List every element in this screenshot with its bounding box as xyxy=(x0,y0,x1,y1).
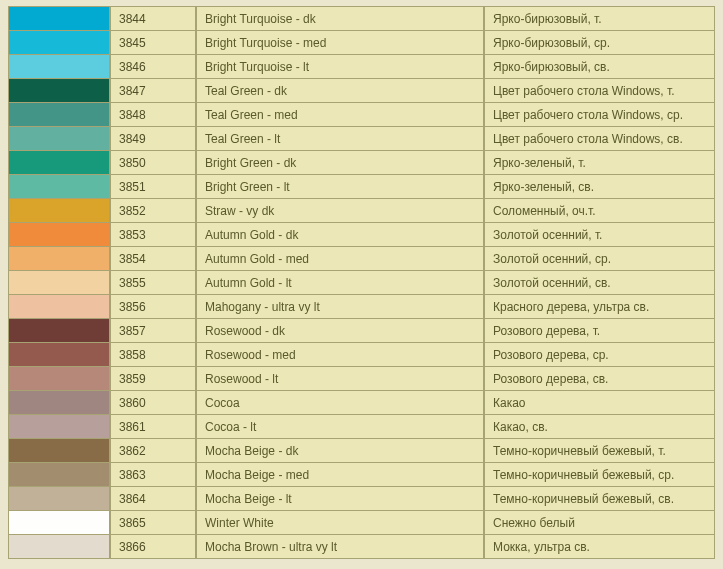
color-name-ru: Розового дерева, ср. xyxy=(484,343,715,367)
table-row: 3846Bright Turquoise - ltЯрко-бирюзовый,… xyxy=(8,55,715,79)
table-row: 3851Bright Green - ltЯрко-зеленый, св. xyxy=(8,175,715,199)
table-row: 3844Bright Turquoise - dkЯрко-бирюзовый,… xyxy=(8,6,715,31)
table-row: 3866Mocha Brown - ultra vy ltМокка, ульт… xyxy=(8,535,715,559)
swatch-cell xyxy=(8,199,110,223)
color-name-en: Cocoa - lt xyxy=(196,415,484,439)
table-row: 3847Teal Green - dkЦвет рабочего стола W… xyxy=(8,79,715,103)
color-code: 3855 xyxy=(110,271,196,295)
table-row: 3845Bright Turquoise - medЯрко-бирюзовый… xyxy=(8,31,715,55)
color-name-en: Rosewood - dk xyxy=(196,319,484,343)
color-swatch xyxy=(9,151,109,174)
color-code: 3852 xyxy=(110,199,196,223)
color-swatch xyxy=(9,391,109,414)
color-code: 3849 xyxy=(110,127,196,151)
color-code: 3861 xyxy=(110,415,196,439)
color-swatch xyxy=(9,79,109,102)
color-code: 3847 xyxy=(110,79,196,103)
swatch-cell xyxy=(8,463,110,487)
table-row: 3861Cocoa - ltКакао, св. xyxy=(8,415,715,439)
color-swatch xyxy=(9,367,109,390)
color-name-ru: Темно-коричневый бежевый, т. xyxy=(484,439,715,463)
swatch-cell xyxy=(8,247,110,271)
swatch-cell xyxy=(8,295,110,319)
table-row: 3852Straw - vy dkСоломенный, оч.т. xyxy=(8,199,715,223)
color-name-ru: Ярко-бирюзовый, т. xyxy=(484,6,715,31)
color-code: 3846 xyxy=(110,55,196,79)
swatch-cell xyxy=(8,223,110,247)
table-row: 3863Mocha Beige - medТемно-коричневый бе… xyxy=(8,463,715,487)
color-code: 3862 xyxy=(110,439,196,463)
swatch-cell xyxy=(8,319,110,343)
color-name-en: Autumn Gold - lt xyxy=(196,271,484,295)
color-name-en: Bright Green - dk xyxy=(196,151,484,175)
color-name-ru: Ярко-бирюзовый, св. xyxy=(484,55,715,79)
color-name-ru: Цвет рабочего стола Windows, ср. xyxy=(484,103,715,127)
color-swatch xyxy=(9,31,109,54)
color-name-en: Bright Turquoise - lt xyxy=(196,55,484,79)
swatch-cell xyxy=(8,367,110,391)
swatch-cell xyxy=(8,151,110,175)
table-row: 3858Rosewood - medРозового дерева, ср. xyxy=(8,343,715,367)
swatch-cell xyxy=(8,535,110,559)
color-name-en: Autumn Gold - dk xyxy=(196,223,484,247)
color-code: 3864 xyxy=(110,487,196,511)
swatch-cell xyxy=(8,6,110,31)
color-name-en: Teal Green - lt xyxy=(196,127,484,151)
color-swatch xyxy=(9,295,109,318)
table-row: 3849Teal Green - ltЦвет рабочего стола W… xyxy=(8,127,715,151)
color-code: 3859 xyxy=(110,367,196,391)
color-swatch xyxy=(9,319,109,342)
color-name-ru: Какао xyxy=(484,391,715,415)
color-swatch xyxy=(9,487,109,510)
color-name-en: Winter White xyxy=(196,511,484,535)
color-name-en: Bright Turquoise - med xyxy=(196,31,484,55)
color-name-en: Teal Green - med xyxy=(196,103,484,127)
color-name-ru: Ярко-зеленый, т. xyxy=(484,151,715,175)
color-code: 3866 xyxy=(110,535,196,559)
color-name-ru: Цвет рабочего стола Windows, т. xyxy=(484,79,715,103)
color-swatch xyxy=(9,511,109,534)
table-row: 3864Mocha Beige - ltТемно-коричневый беж… xyxy=(8,487,715,511)
color-name-en: Mocha Beige - dk xyxy=(196,439,484,463)
color-name-en: Teal Green - dk xyxy=(196,79,484,103)
color-name-ru: Золотой осенний, т. xyxy=(484,223,715,247)
table-row: 3860CocoaКакао xyxy=(8,391,715,415)
swatch-cell xyxy=(8,175,110,199)
color-code: 3853 xyxy=(110,223,196,247)
color-name-en: Mocha Brown - ultra vy lt xyxy=(196,535,484,559)
color-code: 3863 xyxy=(110,463,196,487)
table-row: 3850Bright Green - dkЯрко-зеленый, т. xyxy=(8,151,715,175)
swatch-cell xyxy=(8,31,110,55)
swatch-cell xyxy=(8,439,110,463)
color-name-en: Cocoa xyxy=(196,391,484,415)
swatch-cell xyxy=(8,127,110,151)
color-code: 3848 xyxy=(110,103,196,127)
color-name-en: Bright Green - lt xyxy=(196,175,484,199)
color-name-en: Autumn Gold - med xyxy=(196,247,484,271)
swatch-cell xyxy=(8,79,110,103)
color-code: 3844 xyxy=(110,6,196,31)
color-name-ru: Ярко-бирюзовый, ср. xyxy=(484,31,715,55)
color-swatch xyxy=(9,271,109,294)
color-name-en: Bright Turquoise - dk xyxy=(196,6,484,31)
color-code: 3858 xyxy=(110,343,196,367)
swatch-cell xyxy=(8,343,110,367)
table-row: 3859Rosewood - ltРозового дерева, св. xyxy=(8,367,715,391)
color-name-ru: Цвет рабочего стола Windows, св. xyxy=(484,127,715,151)
swatch-cell xyxy=(8,55,110,79)
color-name-en: Mocha Beige - lt xyxy=(196,487,484,511)
color-name-ru: Мокка, ультра св. xyxy=(484,535,715,559)
color-name-en: Rosewood - lt xyxy=(196,367,484,391)
color-swatch xyxy=(9,439,109,462)
color-table: 3844Bright Turquoise - dkЯрко-бирюзовый,… xyxy=(8,6,715,559)
table-row: 3857Rosewood - dkРозового дерева, т. xyxy=(8,319,715,343)
swatch-cell xyxy=(8,103,110,127)
color-code: 3845 xyxy=(110,31,196,55)
color-code: 3856 xyxy=(110,295,196,319)
color-name-ru: Красного дерева, ультра св. xyxy=(484,295,715,319)
color-swatch xyxy=(9,247,109,270)
table-row: 3862Mocha Beige - dkТемно-коричневый беж… xyxy=(8,439,715,463)
color-name-ru: Золотой осенний, ср. xyxy=(484,247,715,271)
color-name-en: Mahogany - ultra vy lt xyxy=(196,295,484,319)
color-code: 3851 xyxy=(110,175,196,199)
